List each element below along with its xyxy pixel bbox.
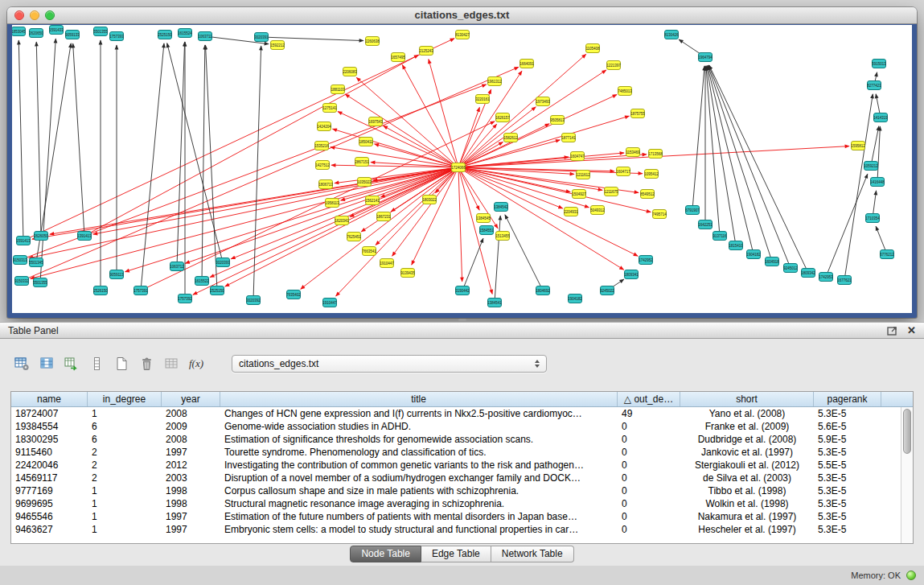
graph-edge[interactable]	[50, 167, 458, 234]
graph-edge[interactable]	[412, 167, 458, 265]
graph-node[interactable]: 2260638	[365, 37, 380, 46]
minimize-window-button[interactable]	[30, 10, 39, 20]
table-row[interactable]: 946362711997Embryonic stem cells: a mode…	[11, 523, 913, 536]
graph-node[interactable]: 2206083	[343, 68, 357, 76]
column-header-title[interactable]: title	[220, 392, 618, 406]
graph-node[interactable]: 1059212	[864, 162, 878, 171]
graph-node[interactable]: 1391413	[77, 232, 92, 241]
graph-node[interactable]: 1804692	[536, 286, 550, 295]
graph-node[interactable]: 9505813	[550, 116, 565, 125]
graph-node[interactable]: 1713568	[648, 150, 663, 159]
table-source-dropdown[interactable]: citations_edges.txt	[232, 355, 547, 373]
graph-edge[interactable]	[18, 40, 23, 241]
graph-node[interactable]: 1877141	[561, 134, 576, 142]
graph-node[interactable]: 8549512	[640, 190, 655, 199]
graph-edge[interactable]	[23, 39, 454, 241]
graph-node[interactable]: 2867151	[355, 158, 369, 167]
graph-node[interactable]: 5501355	[33, 278, 47, 287]
graph-node[interactable]: 1153469	[626, 148, 640, 157]
graph-node[interactable]: 9139435	[400, 269, 415, 278]
graph-node[interactable]: 1875755	[630, 109, 645, 118]
graph-node[interactable]: 1035022	[357, 178, 372, 187]
graph-edge[interactable]	[253, 46, 261, 300]
column-header-year[interactable]: year	[162, 392, 220, 406]
network-canvas[interactable]: 1724066220608318811031275141142420415352…	[12, 25, 912, 313]
graph-node[interactable]: 1592212	[270, 41, 285, 50]
show-columns-icon[interactable]	[38, 356, 55, 372]
create-table-icon[interactable]	[113, 356, 130, 372]
graph-edge[interactable]	[141, 43, 164, 290]
graph-node[interactable]: 1615522	[195, 277, 209, 286]
graph-node[interactable]: 3020391	[254, 33, 269, 42]
graph-node[interactable]: 3020392	[246, 296, 261, 305]
graph-edge[interactable]	[709, 65, 808, 273]
graph-node[interactable]: 1724066	[451, 163, 466, 172]
column-header-pagerank[interactable]: pagerank	[814, 392, 881, 406]
graph-node[interactable]: 7485013	[618, 87, 632, 96]
graph-node[interactable]: 1710354	[865, 214, 880, 223]
table-row[interactable]: 1938455462009Genome-wide association stu…	[11, 420, 913, 433]
graph-node[interactable]: 1384542	[494, 203, 508, 212]
table-row[interactable]: 969969511998Structural magnetic resonanc…	[11, 497, 913, 510]
graph-node[interactable]: 1881103	[331, 85, 345, 94]
graph-node[interactable]: 5501355	[93, 27, 108, 36]
graph-node[interactable]: 1105408	[585, 44, 600, 53]
graph-node[interactable]: 1424204	[317, 122, 331, 131]
graph-node[interactable]: 1275141	[322, 104, 337, 113]
network-svg[interactable]: 1724066220608318811031275141142420415352…	[12, 25, 912, 313]
table-options-icon[interactable]	[13, 356, 31, 372]
graph-node[interactable]: 8130426	[664, 31, 679, 39]
graph-node[interactable]: 1591413	[16, 237, 31, 245]
graph-node[interactable]: 9059113	[109, 270, 124, 279]
graph-node[interactable]: 1063712	[170, 262, 184, 271]
graph-node[interactable]: 1211675	[604, 187, 618, 196]
graph-edge[interactable]	[844, 94, 873, 280]
graph-node[interactable]: 1806713	[318, 180, 333, 189]
graph-node[interactable]: 1697543	[368, 117, 383, 126]
graph-node[interactable]: 7635402	[286, 290, 301, 299]
close-panel-icon[interactable]: ✕	[907, 325, 916, 336]
graph-node[interactable]: 1211612	[576, 171, 590, 179]
graph-edge[interactable]	[826, 174, 868, 277]
graph-node[interactable]: 9245022	[600, 286, 614, 295]
graph-node[interactable]: 2626050	[34, 232, 48, 241]
merge-tables-icon[interactable]	[162, 356, 180, 372]
graph-node[interactable]: 1973493	[536, 97, 550, 106]
graph-node[interactable]: 1815410	[729, 241, 743, 250]
column-header-short[interactable]: short	[680, 392, 814, 406]
graph-node[interactable]: 7625451	[347, 233, 361, 241]
scrollbar-thumb[interactable]	[903, 409, 911, 454]
graph-node[interactable]: 1657495	[391, 53, 405, 62]
graph-edge[interactable]	[167, 43, 223, 262]
graph-node[interactable]: 1742952	[639, 256, 653, 265]
graph-edge[interactable]	[206, 45, 217, 290]
graph-node[interactable]: 1961312	[487, 77, 502, 86]
table-row[interactable]: 946554611997Estimation of the future num…	[11, 510, 913, 523]
graph-edge[interactable]	[495, 216, 500, 303]
tab-node-table[interactable]: Node Table	[350, 546, 421, 562]
graph-node[interactable]: 9150332	[14, 277, 29, 286]
graph-node[interactable]: 9137116	[713, 232, 727, 241]
graph-edge[interactable]	[333, 129, 458, 167]
graph-node[interactable]: 1535216	[314, 142, 329, 150]
graph-node[interactable]: 1615524	[178, 29, 192, 38]
graph-edge[interactable]	[877, 126, 880, 182]
graph-node[interactable]: 1958113	[325, 199, 339, 208]
graph-edge[interactable]	[202, 45, 205, 281]
graph-node[interactable]: 9245012	[783, 264, 798, 273]
table-row[interactable]: 1830029562008Estimation of significance …	[11, 433, 913, 446]
graph-node[interactable]: 6776212	[880, 250, 894, 259]
graph-node[interactable]: 3020393	[216, 258, 230, 267]
graph-node[interactable]: 1221397	[606, 61, 621, 70]
column-header-name[interactable]: name	[11, 392, 88, 406]
graph-node[interactable]: 1626157	[495, 113, 510, 122]
window-titlebar[interactable]: citations_edges.txt	[7, 7, 917, 24]
graph-node[interactable]: 1803022	[422, 196, 437, 204]
graph-edge[interactable]	[261, 37, 363, 41]
graph-node[interactable]: 1742953	[819, 273, 833, 282]
graph-node[interactable]: 1595812	[851, 142, 865, 150]
table-scrollbar[interactable]	[901, 407, 913, 543]
graph-node[interactable]: 1504927	[572, 190, 586, 199]
graph-node[interactable]: 7495714	[652, 210, 667, 219]
graph-node[interactable]: 1095412	[644, 170, 659, 179]
